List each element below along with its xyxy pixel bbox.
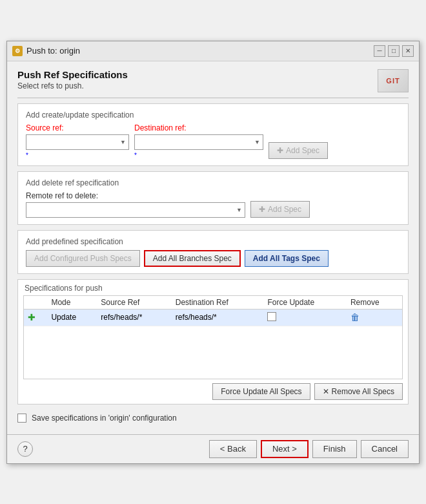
add-all-tags-button[interactable]: Add All Tags Spec xyxy=(245,250,329,267)
dest-ref-combo[interactable]: ▼ xyxy=(134,134,263,150)
force-update-checkbox[interactable] xyxy=(267,312,276,321)
footer: ? < Back Next > Finish Cancel xyxy=(7,434,419,463)
source-ref-group: Source ref: ▼ * xyxy=(26,123,129,159)
save-row: Save specifications in 'origin' configur… xyxy=(17,410,409,426)
source-ref-cell: refs/heads/* xyxy=(97,309,171,326)
remote-ref-input[interactable] xyxy=(29,205,235,215)
specs-table-container: Mode Source Ref Destination Ref Force Up… xyxy=(23,295,403,379)
main-window: ⚙ Push to: origin ─ □ ✕ Push Ref Specifi… xyxy=(6,41,420,464)
predefined-buttons: Add Configured Push Specs Add All Branch… xyxy=(26,250,400,267)
finish-button[interactable]: Finish xyxy=(312,440,357,458)
dest-asterisk: * xyxy=(134,152,263,159)
specs-actions: Force Update All Specs ✕ Remove All Spec… xyxy=(18,379,408,404)
dest-ref-label: Destination ref: xyxy=(134,123,263,132)
save-label: Save specifications in 'origin' configur… xyxy=(32,414,177,423)
add-all-branches-button[interactable]: Add All Branches Spec xyxy=(144,250,241,267)
delete-title: Add delete ref specification xyxy=(26,178,400,187)
remove-all-icon: ✕ xyxy=(323,387,329,396)
help-button[interactable]: ? xyxy=(17,441,33,457)
mode-cell: Update xyxy=(47,309,97,326)
specs-table-head: Mode Source Ref Destination Ref Force Up… xyxy=(24,296,402,310)
remove-all-specs-button[interactable]: ✕ Remove All Specs xyxy=(314,383,403,400)
force-update-cell xyxy=(263,309,347,326)
specs-header-row: Mode Source Ref Destination Ref Force Up… xyxy=(24,296,402,310)
mode-col-header: Mode xyxy=(47,296,97,310)
remote-ref-arrow: ▼ xyxy=(235,207,242,213)
add-spec-button-2[interactable]: ✚ Add Spec xyxy=(250,201,310,218)
create-update-section: Add create/update specification Source r… xyxy=(17,103,409,166)
force-update-all-button[interactable]: Force Update All Specs xyxy=(212,383,310,400)
specs-table-body: ✚ Update refs/heads/* refs/heads/* 🗑 xyxy=(24,309,402,326)
predefined-title: Add predefined specification xyxy=(26,237,400,246)
dest-ref-group: Destination ref: ▼ * xyxy=(134,123,263,159)
remove-cell: 🗑 xyxy=(347,309,402,326)
maximize-button[interactable]: □ xyxy=(388,45,400,57)
source-ref-input[interactable] xyxy=(29,138,119,147)
row-plus-icon: ✚ xyxy=(28,312,36,322)
cancel-button[interactable]: Cancel xyxy=(361,440,409,458)
header-divider xyxy=(17,98,409,98)
source-ref-col-header: Source Ref xyxy=(97,296,171,310)
dest-ref-input[interactable] xyxy=(137,138,253,147)
add-spec-button-1[interactable]: ✚ Add Spec xyxy=(269,142,328,159)
predefined-section: Add predefined specification Add Configu… xyxy=(17,230,409,274)
table-row: ✚ Update refs/heads/* refs/heads/* 🗑 xyxy=(24,309,402,326)
page-title: Push Ref Specifications xyxy=(17,69,128,80)
close-button[interactable]: ✕ xyxy=(402,45,414,57)
add-spec-icon-1: ✚ xyxy=(277,146,283,155)
specs-section: Specifications for push Mode Source Ref … xyxy=(17,279,409,404)
back-button[interactable]: < Back xyxy=(209,440,257,458)
add-spec-icon-2: ✚ xyxy=(259,205,265,214)
page-header: Push Ref Specifications Select refs to p… xyxy=(17,69,409,92)
save-checkbox[interactable] xyxy=(17,414,26,423)
page-header-text: Push Ref Specifications Select refs to p… xyxy=(17,69,128,90)
dest-ref-arrow: ▼ xyxy=(253,139,260,145)
title-bar-left: ⚙ Push to: origin xyxy=(12,46,80,56)
source-asterisk: * xyxy=(26,152,129,159)
source-ref-combo[interactable]: ▼ xyxy=(26,134,129,150)
minimize-button[interactable]: ─ xyxy=(374,45,385,57)
window-controls: ─ □ ✕ xyxy=(374,45,414,57)
specs-table: Mode Source Ref Destination Ref Force Up… xyxy=(24,296,402,326)
source-ref-arrow: ▼ xyxy=(119,139,126,145)
source-ref-label: Source ref: xyxy=(26,123,129,132)
remote-ref-combo[interactable]: ▼ xyxy=(26,202,245,218)
delete-form: Remote ref to delete: ▼ ✚ Add Spec xyxy=(26,191,400,218)
create-update-title: Add create/update specification xyxy=(26,110,400,120)
dest-ref-cell: refs/heads/* xyxy=(172,309,264,326)
create-update-form: Source ref: ▼ * Destination ref: ▼ xyxy=(26,123,400,159)
delete-row-icon[interactable]: 🗑 xyxy=(350,312,360,322)
page-subtitle: Select refs to push. xyxy=(17,81,128,90)
footer-buttons: < Back Next > Finish Cancel xyxy=(209,440,409,458)
next-button[interactable]: Next > xyxy=(261,440,309,458)
delete-section: Add delete ref specification Remote ref … xyxy=(17,171,409,225)
title-bar: ⚙ Push to: origin ─ □ ✕ xyxy=(7,41,419,61)
git-logo: GIT xyxy=(378,69,409,92)
add-configured-specs-button[interactable]: Add Configured Push Specs xyxy=(26,250,140,267)
window-content: Push Ref Specifications Select refs to p… xyxy=(7,61,419,434)
row-icon-cell: ✚ xyxy=(24,309,47,326)
dest-ref-col-header: Destination Ref xyxy=(172,296,264,310)
specs-title: Specifications for push xyxy=(18,280,408,295)
remote-ref-label: Remote ref to delete: xyxy=(26,191,245,200)
remote-ref-group: Remote ref to delete: ▼ xyxy=(26,191,245,218)
window-title: Push to: origin xyxy=(26,46,80,56)
remove-col-header: Remove xyxy=(347,296,402,310)
app-icon: ⚙ xyxy=(12,46,23,56)
mode-header xyxy=(24,296,47,310)
force-update-col-header: Force Update xyxy=(263,296,347,310)
